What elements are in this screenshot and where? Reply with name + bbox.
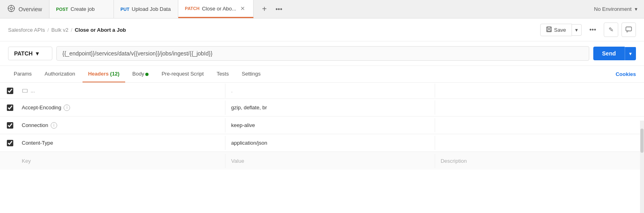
tab-bar: Overview POST Create job PUT Upload Job … <box>0 0 644 18</box>
table-row: Content-Type application/json <box>0 134 644 152</box>
tab-authorization-label: Authorization <box>45 71 75 77</box>
tab-tests[interactable]: Tests <box>211 66 234 82</box>
close-tab-icon[interactable]: ✕ <box>239 4 247 12</box>
headers-table: ... . Accept-Encoding i gzip, deflate, b… <box>0 83 644 170</box>
accept-encoding-checkbox[interactable] <box>7 104 13 111</box>
tab-upload-job-data[interactable]: PUT Upload Job Data <box>114 0 178 18</box>
tab-label-upload: Upload Job Data <box>132 6 171 12</box>
headers-footer-row: Key Value Description <box>0 152 644 170</box>
scrollbar-track[interactable] <box>640 121 644 170</box>
accept-encoding-value: gzip, deflate, br <box>225 100 435 115</box>
svg-rect-8 <box>547 30 551 31</box>
save-label: Save <box>554 27 566 33</box>
breadcrumb-part-2[interactable]: Bulk v2 <box>51 27 68 33</box>
tab-settings-label: Settings <box>242 71 260 77</box>
svg-rect-10 <box>23 89 27 92</box>
svg-rect-7 <box>547 27 551 29</box>
content-type-value: application/json <box>225 136 435 150</box>
tab-pre-request-label: Pre-request Script <box>161 71 204 77</box>
partial-key: ... <box>20 84 225 98</box>
env-label: No Environment <box>594 6 632 12</box>
tab-headers[interactable]: Headers (12) <box>83 66 125 82</box>
send-button[interactable]: Send <box>593 47 625 60</box>
tab-body[interactable]: Body <box>127 66 155 82</box>
breadcrumb-sep-1: / <box>47 27 49 33</box>
connection-value: keep-alive <box>225 118 435 132</box>
method-chevron-icon: ▾ <box>36 50 39 57</box>
tab-headers-label: Headers (12) <box>88 71 120 77</box>
send-dropdown-button[interactable]: ▾ <box>625 47 636 60</box>
breadcrumb-more-button[interactable]: ••• <box>585 23 601 36</box>
save-button[interactable]: Save <box>540 24 572 36</box>
partial-checkbox[interactable] <box>7 88 13 94</box>
tab-body-label: Body <box>132 71 144 77</box>
svg-rect-9 <box>626 27 632 31</box>
method-badge-post: POST <box>56 7 68 12</box>
tab-tests-label: Tests <box>217 71 229 77</box>
accept-encoding-key: Accept-Encoding i <box>20 100 225 115</box>
footer-description: Description <box>435 154 644 168</box>
connection-info-icon[interactable]: i <box>51 122 57 129</box>
connection-check <box>0 122 20 129</box>
accept-encoding-info-icon[interactable]: i <box>64 104 70 111</box>
tab-pre-request[interactable]: Pre-request Script <box>156 66 209 82</box>
url-input[interactable] <box>56 46 589 61</box>
footer-value: Value <box>225 154 435 168</box>
tab-params[interactable]: Params <box>8 66 37 82</box>
edit-button[interactable]: ✎ <box>604 23 618 37</box>
partial-check <box>0 88 20 94</box>
tab-actions: + ••• <box>254 0 290 18</box>
accept-encoding-check <box>0 104 20 111</box>
send-button-group: Send ▾ <box>593 47 636 60</box>
method-badge-put: PUT <box>120 7 129 12</box>
content-type-label: Content-Type <box>22 140 53 146</box>
environment-selector[interactable]: No Environment ▾ <box>588 0 644 18</box>
tab-label-create-job: Create job <box>70 6 95 12</box>
tab-params-label: Params <box>14 71 32 77</box>
scrollbar-thumb[interactable] <box>640 129 644 153</box>
breadcrumb-part-1[interactable]: Salesforce APIs <box>8 27 45 33</box>
breadcrumb-sep-2: / <box>71 27 72 33</box>
tab-authorization[interactable]: Authorization <box>39 66 81 82</box>
connection-key: Connection i <box>20 118 225 133</box>
partial-type-icon <box>22 88 28 94</box>
partial-header-row: ... . <box>0 83 644 99</box>
overview-icon <box>7 4 15 14</box>
breadcrumb-actions: Save ▾ ••• ✎ <box>540 23 636 37</box>
tab-create-job[interactable]: POST Create job <box>50 0 114 18</box>
content-type-key: Content-Type <box>20 136 225 150</box>
breadcrumb-current: Close or Abort a Job <box>75 27 126 33</box>
tab-close-abort-job[interactable]: PATCH Close or Abo... ✕ <box>178 0 254 18</box>
svg-point-1 <box>10 7 12 10</box>
save-icon <box>546 27 552 33</box>
tab-more-button[interactable]: ••• <box>273 3 285 15</box>
connection-label: Connection <box>22 122 48 128</box>
connection-desc <box>435 121 644 129</box>
method-label: PATCH <box>14 50 33 57</box>
connection-checkbox[interactable] <box>7 122 13 129</box>
cookies-link[interactable]: Cookies <box>615 71 636 77</box>
headers-badge: (12) <box>110 71 120 77</box>
env-chevron-icon: ▾ <box>635 6 638 12</box>
footer-key: Key <box>20 154 225 168</box>
partial-value: . <box>225 84 435 98</box>
partial-desc <box>435 87 644 95</box>
accept-encoding-label: Accept-Encoding <box>22 104 61 111</box>
add-tab-button[interactable]: + <box>258 3 270 15</box>
tab-label-close-abort: Close or Abo... <box>202 6 236 12</box>
content-type-checkbox[interactable] <box>7 140 13 146</box>
url-bar: PATCH ▾ Send ▾ <box>0 41 644 66</box>
overview-label: Overview <box>19 6 42 12</box>
content-type-desc <box>435 139 644 147</box>
comment-button[interactable] <box>621 23 636 37</box>
breadcrumb: Salesforce APIs / Bulk v2 / Close or Abo… <box>8 27 126 33</box>
tab-overview[interactable]: Overview <box>0 0 50 18</box>
method-dropdown[interactable]: PATCH ▾ <box>8 47 52 60</box>
content-type-check <box>0 140 20 146</box>
save-dropdown-button[interactable]: ▾ <box>572 24 582 36</box>
tab-settings[interactable]: Settings <box>236 66 266 82</box>
body-dot <box>145 73 149 76</box>
save-button-group: Save ▾ <box>540 24 582 36</box>
method-badge-patch: PATCH <box>185 6 199 11</box>
table-row: Accept-Encoding i gzip, deflate, br <box>0 99 644 117</box>
